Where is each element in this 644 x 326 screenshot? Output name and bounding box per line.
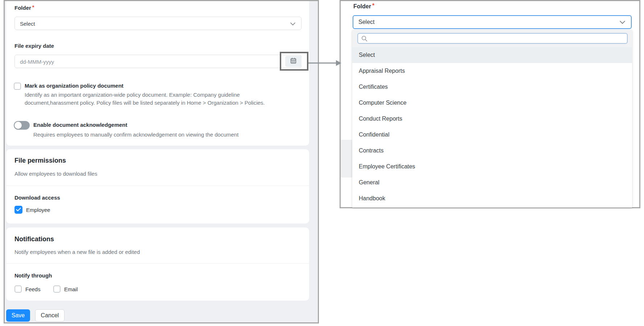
dropdown-option[interactable]: Employee Certificates <box>352 159 632 175</box>
dropdown-option[interactable]: Confidential <box>352 127 632 143</box>
policy-checkbox-label[interactable]: Mark as organization policy document <box>25 83 124 89</box>
dropdown-option[interactable]: Contracts <box>352 143 632 159</box>
toggle-knob <box>14 122 22 129</box>
search-field[interactable] <box>370 34 623 43</box>
dropdown-option[interactable]: General <box>352 175 632 191</box>
employee-checkbox[interactable] <box>14 206 22 214</box>
dropdown-option-select[interactable]: Select <box>352 47 632 63</box>
download-access-label: Download access <box>14 195 60 201</box>
folder-label-text: Folder <box>14 5 31 11</box>
folder-dropdown-popup: Select Appraisal Reports Certificates Co… <box>352 30 632 208</box>
acknowledgement-toggle[interactable] <box>14 121 30 130</box>
folder-select-focused[interactable]: Select <box>353 15 632 29</box>
feeds-checkbox-label[interactable]: Feeds <box>25 286 41 292</box>
feeds-checkbox[interactable] <box>14 285 22 293</box>
email-checkbox-label[interactable]: Email <box>64 286 78 292</box>
chevron-down-icon <box>290 20 295 27</box>
callout-highlight-box <box>280 52 308 71</box>
expiry-date-label: File expiry date <box>14 43 54 49</box>
required-asterisk: * <box>372 3 374 9</box>
notifications-subtitle: Notify employees when a new file is adde… <box>14 249 140 255</box>
dropdown-option[interactable]: Handbook <box>352 191 632 206</box>
folder-label-zoomed: Folder* <box>353 3 374 10</box>
dropdown-search-header <box>352 30 632 47</box>
email-checkbox[interactable] <box>53 285 61 293</box>
folder-label-text: Folder <box>353 3 371 9</box>
dropdown-option[interactable]: Computer Science <box>352 95 632 111</box>
checkmark-icon <box>16 206 21 213</box>
divider <box>6 185 309 186</box>
expiry-date-input[interactable]: dd-MMM-yyyy <box>14 55 302 68</box>
required-asterisk: * <box>32 4 34 10</box>
dropdown-option[interactable]: Certificates <box>352 79 632 95</box>
policy-checkbox[interactable] <box>14 83 21 90</box>
policy-description: Identify as an important organization-wi… <box>25 91 295 107</box>
cancel-button[interactable]: Cancel <box>35 309 65 322</box>
expiry-date-placeholder: dd-MMM-yyyy <box>20 58 54 64</box>
chevron-down-icon <box>620 19 625 25</box>
dropdown-option[interactable]: Appraisal Reports <box>352 63 632 79</box>
background-section-gap <box>341 140 352 177</box>
notify-through-label: Notify through <box>14 272 52 279</box>
acknowledgement-label[interactable]: Enable document acknowledgement <box>33 122 127 128</box>
save-button[interactable]: Save <box>6 309 30 322</box>
screenshot-canvas: Folder* Select File expiry date dd-MMM-y… <box>0 0 644 326</box>
dropdown-option[interactable]: Conduct Reports <box>352 111 632 127</box>
acknowledgement-description: Requires employees to manually confirm a… <box>33 131 238 138</box>
folder-select-value: Select <box>20 20 35 26</box>
folder-select[interactable]: Select <box>14 17 302 30</box>
file-permissions-title: File permissions <box>14 157 66 164</box>
notifications-title: Notifications <box>14 235 54 243</box>
callout-arrow-icon <box>308 59 342 67</box>
divider <box>6 263 309 264</box>
folder-label: Folder* <box>14 5 34 11</box>
folder-select-value: Select <box>358 19 374 25</box>
employee-checkbox-label[interactable]: Employee <box>26 207 50 213</box>
dropdown-search-input[interactable] <box>357 33 628 44</box>
file-permissions-subtitle: Allow employees to download files <box>14 171 97 177</box>
